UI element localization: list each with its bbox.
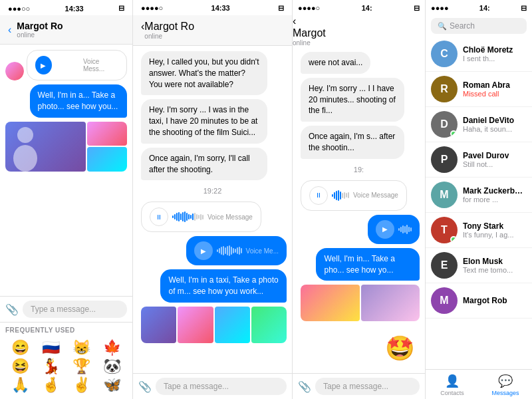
emoji-2[interactable]: 😸 [67,339,96,356]
contact-preview-1: Missed call [463,90,527,98]
avatar-bg-0: C [431,41,458,67]
search-icon-p4: 🔍 [438,22,447,31]
voice-bubble-in-p1[interactable]: ▶ Voice Mess... [27,50,127,80]
out-voice-p3[interactable]: ▶ [368,215,420,244]
battery-p3: ⊟ [414,4,420,13]
contact-item-7[interactable]: M Margot Rob [426,283,532,319]
emoji-10[interactable]: ✌️ [67,376,96,394]
in-msg-2-p3: Hey. I'm sorry ... I I have 20 minutes..… [301,78,404,122]
play-btn-out-p3[interactable]: ▶ [376,220,394,239]
contact-name-5: Tony Stark [463,221,527,231]
emoji-11[interactable]: 🦋 [98,376,127,394]
contact-preview-6: Text me tomo... [463,266,527,274]
contact-info-0: Chloë Moretz I sent th... [463,45,527,63]
contact-item-6[interactable]: E Elon Musk Text me tomo... [426,248,532,283]
in-msg-row-3-p2: Once again, I'm sorry, I'll call after t… [138,148,287,181]
voice-label-out-p2: Voice Me... [246,247,279,255]
back-button-p3[interactable]: ‹ [293,15,296,27]
out-text-row-p3: Well, I'm in... Take a pho... see how yo… [298,248,420,281]
back-button-p1[interactable]: ‹ [8,24,11,36]
contact-item-0[interactable]: C Chloë Moretz I sent th... [426,37,532,72]
in-voice-bubble-p2[interactable]: ⏸ [141,201,261,232]
waveform-out-p3 [398,225,412,234]
pc-3-p2 [215,307,250,343]
panel-contacts: ●●●● 14: ⊟ 🔍 Search C Chloë Moretz I sen… [426,0,532,399]
avatar-incoming-p1 [5,62,24,80]
attach-icon-p1[interactable]: 📎 [5,303,19,316]
attach-icon-p2[interactable]: 📎 [138,380,152,393]
photo-row-p3 [298,285,420,321]
out-voice-bubble-p2[interactable]: ▶ Voice Me... [186,236,287,265]
emoji-9[interactable]: 🤞 [36,376,65,394]
avatar-bg-6: E [431,252,458,279]
play-button-p1[interactable]: ▶ [35,56,52,74]
emoji-1[interactable]: 🇷🇺 [36,339,65,356]
emoji-8[interactable]: 🙏 [5,376,35,394]
contact-avatar-6: E [431,252,458,279]
tab-messages[interactable]: 💬 Messages [479,374,532,396]
time-p3: 14: [362,4,372,13]
contact-preview-5: It's funny, I ag... [463,231,527,239]
emoji-0[interactable]: 😄 [5,339,35,356]
pc-1-p2 [141,307,176,343]
contact-list: C Chloë Moretz I sent th... R Roman Abra… [426,37,532,369]
input-bar-p3: 📎 Tape a message... [293,373,425,399]
contact-avatar-7: M [431,287,458,314]
attach-icon-p3[interactable]: 📎 [298,380,311,393]
contact-name-1: Roman Abra [463,80,527,90]
search-input-p4[interactable]: 🔍 Search [431,18,527,34]
contact-name-7: Margot Rob [463,296,527,305]
panel-chat-2: ●●●●○ 14:33 ⊟ ‹ Margot Ro online Hey, I … [133,0,293,399]
message-input-p2[interactable]: Tape a message... [156,378,287,395]
message-input-p1[interactable]: Type a message... [23,301,127,318]
input-bar-p2: 📎 Tape a message... [133,373,292,399]
messages-icon: 💬 [498,374,513,388]
emoji-grid-p1: 😄 🇷🇺 😸 🍁 😆 💃 🏆 🐼 🙏 🤞 ✌️ 🦋 [0,336,132,399]
timestamp-p3: 19: [298,163,420,176]
contact-avatar-4: M [431,182,458,208]
contact-item-3[interactable]: P Pavel Durov Still not... [426,142,532,178]
in-row-2-p3: Hey. I'm sorry ... I I have 20 minutes..… [298,78,420,122]
voice-label-p1: Voice Mess... [83,58,118,72]
pause-btn-p3[interactable]: ⏸ [309,186,328,205]
contact-item-2[interactable]: D Daniel DeVito Haha, it soun... [426,107,532,142]
battery-p2: ⊟ [278,4,284,13]
emoji-3[interactable]: 🍁 [98,339,127,356]
contact-name-3: Pavel Durov [463,151,527,160]
avatar-bg-7: M [431,287,458,314]
contact-item-1[interactable]: R Roman Abra Missed call [426,72,532,107]
emoji-6[interactable]: 🏆 [67,358,96,375]
contact-preview-2: Haha, it soun... [463,125,527,133]
contact-name-2: Daniel DeVito [463,116,527,125]
contact-avatar-3: P [431,146,458,173]
emoji-5[interactable]: 💃 [36,358,65,375]
emoji-4[interactable]: 😆 [5,358,35,375]
avatar-bg-3: P [431,146,458,173]
signal-p4: ●●●● [431,4,449,13]
out-voice-row-p3: ▶ [298,215,420,244]
battery-p4: ⊟ [521,4,527,13]
waveform-in-p1 [56,61,79,70]
contact-avatar-5: T [431,217,458,243]
photo-collage-p3 [301,285,420,321]
contact-avatar-2: D [431,111,458,138]
chat-header-p1: ‹ Margot Ro online [0,15,132,45]
svg-point-0 [17,127,33,143]
photo-2-p1 [87,122,127,146]
chat-title-p2: Margot Ro [144,21,194,33]
search-placeholder: Search [450,21,475,31]
pause-button-p2[interactable]: ⏸ [150,207,168,226]
timestamp-p2: 19:22 [138,184,287,198]
svg-point-1 [13,145,37,172]
time-p4: 14: [479,4,490,13]
contact-item-5[interactable]: T Tony Stark It's funny, I ag... [426,213,532,248]
tab-contacts[interactable]: 👤 Contacts [426,374,479,396]
in-voice-p3[interactable]: ⏸ Voice Message [301,180,407,211]
emoji-7[interactable]: 🐼 [98,358,127,375]
play-button-out-p2[interactable]: ▶ [194,241,213,260]
message-input-p3[interactable]: Tape a message... [315,378,420,395]
messages-p3: were not avai... Hey. I'm sorry ... I I … [293,47,425,373]
contact-item-4[interactable]: M Mark Zuckerberg for more ... [426,178,532,213]
pc-2-p2 [178,307,213,343]
contact-info-7: Margot Rob [463,296,527,305]
